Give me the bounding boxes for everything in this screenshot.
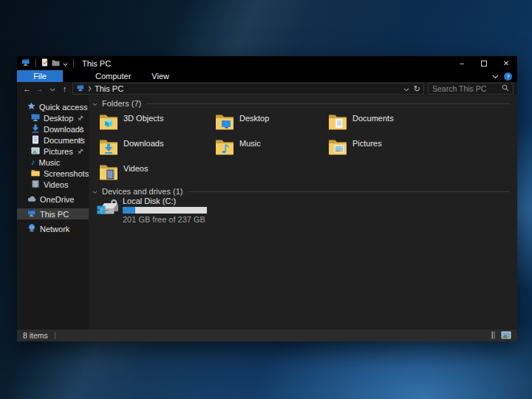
- tab-file[interactable]: File: [17, 70, 63, 82]
- help-icon[interactable]: ?: [504, 72, 512, 81]
- search-input[interactable]: [432, 84, 502, 93]
- folder-3d-objects-icon: [99, 113, 118, 135]
- recent-locations-chevron-icon[interactable]: [46, 82, 58, 95]
- sidebar-item-videos[interactable]: Videos: [17, 179, 89, 190]
- properties-icon[interactable]: [41, 58, 49, 68]
- folder-tile-3d-objects[interactable]: 3D Objects: [99, 112, 211, 135]
- sidebar-item-label: Music: [39, 158, 61, 167]
- view-toggle-buttons: [489, 331, 511, 341]
- section-label: Folders (7): [102, 99, 141, 108]
- video-icon: [31, 180, 40, 190]
- sidebar-item-quick-access[interactable]: Quick access: [17, 101, 89, 112]
- minimize-button[interactable]: –: [451, 56, 473, 70]
- folder-music-icon: [215, 138, 234, 160]
- drive-info: Local Disk (C:) 201 GB free of 237 GB: [123, 196, 207, 224]
- sidebar-item-pictures[interactable]: Pictures: [17, 146, 89, 157]
- picture-icon: [31, 146, 40, 157]
- sidebar-item-documents[interactable]: Documents: [17, 134, 89, 146]
- file-list-pane[interactable]: Folders (7) 3D Objects Desktop Documents: [89, 95, 517, 330]
- forward-icon[interactable]: →: [33, 82, 46, 95]
- section-divider: [146, 103, 510, 104]
- thumbnails-view-icon[interactable]: [501, 331, 511, 341]
- sidebar-item-network[interactable]: Network: [17, 223, 89, 234]
- drive-free-space: 201 GB free of 237 GB: [123, 215, 207, 224]
- pin-icon: [77, 137, 83, 146]
- folder-pictures-icon: [328, 138, 347, 160]
- status-bar: 8 items: [17, 330, 517, 341]
- folder-desktop-icon: [215, 113, 234, 135]
- folder-name: Music: [239, 137, 261, 160]
- sidebar-item-screenshots[interactable]: Screenshots: [17, 168, 89, 179]
- item-count: 8 items: [23, 331, 48, 340]
- search-icon[interactable]: [502, 84, 509, 93]
- address-right-controls: ↻: [403, 84, 420, 94]
- section-divider: [188, 191, 510, 192]
- breadcrumb[interactable]: This PC: [95, 84, 123, 93]
- pin-icon: [77, 148, 83, 157]
- explorer-body: Quick access Desktop Downloads Documents: [17, 95, 517, 330]
- folder-tile-music[interactable]: Music: [215, 137, 327, 160]
- expand-ribbon-chevron-icon[interactable]: [492, 72, 499, 81]
- this-pc-breadcrumb-icon: [76, 84, 85, 93]
- sidebar-item-desktop[interactable]: Desktop: [17, 112, 89, 123]
- section-header-devices[interactable]: Devices and drives (1): [92, 187, 510, 196]
- folder-tile-documents[interactable]: Documents: [328, 112, 440, 135]
- sidebar-item-onedrive[interactable]: OneDrive: [17, 194, 89, 205]
- tab-computer[interactable]: Computer: [85, 70, 141, 82]
- details-view-icon[interactable]: [489, 331, 497, 341]
- sidebar-item-label: Videos: [44, 180, 68, 189]
- customize-toolbar-chevron-icon[interactable]: [63, 59, 68, 68]
- drive-usage-fill: [123, 207, 135, 214]
- toolbar-separator: [73, 59, 74, 67]
- sidebar-item-downloads[interactable]: Downloads: [17, 123, 89, 134]
- folder-tile-desktop[interactable]: Desktop: [215, 112, 327, 135]
- close-button[interactable]: ✕: [495, 56, 517, 70]
- folder-downloads-icon: [99, 138, 118, 160]
- folder-tile-pictures[interactable]: Pictures: [328, 137, 440, 160]
- drive-tile-local-disk-c[interactable]: Local Disk (C:) 201 GB free of 237 GB: [96, 196, 207, 224]
- pin-icon: [77, 126, 83, 134]
- address-input-box[interactable]: This PC ↻: [72, 83, 424, 95]
- new-folder-icon[interactable]: [52, 59, 60, 68]
- this-pc-icon: [27, 209, 36, 219]
- drive-name: Local Disk (C:): [123, 197, 207, 205]
- tab-view[interactable]: View: [141, 70, 180, 82]
- folder-name: 3D Objects: [123, 112, 163, 135]
- toolbar-separator: [35, 59, 36, 67]
- folder-videos-icon: [99, 163, 118, 185]
- folder-name: Videos: [123, 162, 148, 185]
- desktop-wallpaper: This PC – ✕ File Computer View ? ← →: [0, 0, 532, 399]
- folder-tile-videos[interactable]: Videos: [99, 162, 211, 185]
- quick-access-toolbar: This PC: [17, 58, 111, 68]
- maximize-icon: [481, 61, 487, 66]
- sidebar-item-music[interactable]: ♪ Music: [17, 157, 89, 168]
- title-bar[interactable]: This PC – ✕: [17, 56, 517, 70]
- section-header-folders[interactable]: Folders (7): [92, 99, 510, 108]
- collapse-chevron-icon[interactable]: [92, 187, 98, 196]
- ribbon-right-controls: ?: [492, 70, 517, 82]
- ribbon-tab-bar: File Computer View ?: [17, 70, 517, 82]
- sidebar-item-label: Network: [40, 225, 69, 233]
- back-icon[interactable]: ←: [21, 82, 33, 95]
- desktop-icon: [31, 113, 40, 123]
- document-icon: [31, 135, 40, 146]
- music-note-icon: ♪: [31, 158, 35, 166]
- cloud-icon: [27, 195, 36, 204]
- window-controls: – ✕: [451, 56, 517, 70]
- sidebar-item-this-pc[interactable]: This PC: [17, 208, 89, 219]
- navigation-pane: Quick access Desktop Downloads Documents: [17, 95, 89, 330]
- folder-name: Downloads: [123, 137, 163, 160]
- breadcrumb-chevron-icon[interactable]: [88, 84, 92, 93]
- folder-name: Pictures: [352, 137, 382, 160]
- window-title: This PC: [82, 59, 111, 68]
- collapse-chevron-icon[interactable]: [92, 99, 98, 108]
- refresh-icon[interactable]: ↻: [414, 84, 420, 94]
- maximize-button[interactable]: [473, 56, 495, 70]
- folder-tile-downloads[interactable]: Downloads: [99, 137, 211, 160]
- address-dropdown-chevron-icon[interactable]: [403, 84, 409, 93]
- sidebar-item-label: Quick access: [39, 103, 87, 112]
- search-box[interactable]: [428, 83, 514, 95]
- up-icon[interactable]: ↑: [58, 82, 71, 95]
- pin-icon: [77, 115, 83, 123]
- sidebar-item-label: Desktop: [44, 114, 73, 123]
